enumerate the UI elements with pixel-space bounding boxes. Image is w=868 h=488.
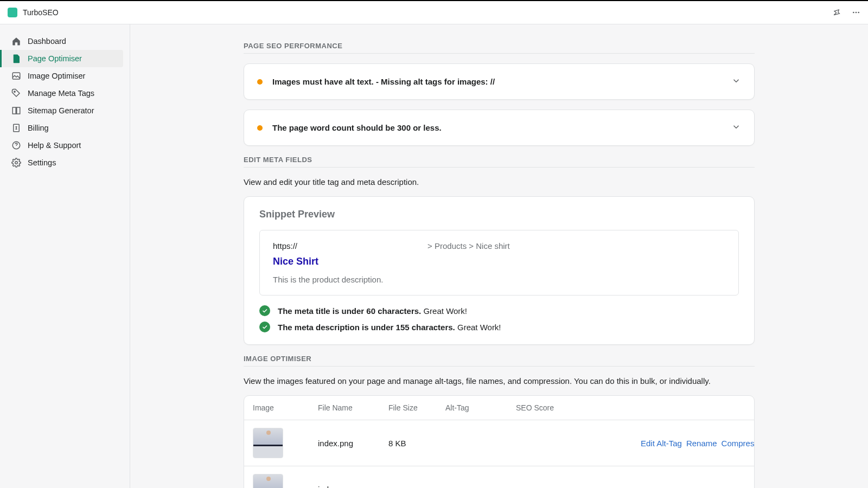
svg-point-4 xyxy=(14,91,15,92)
snippet-card: Snippet Preview https:// > Products > Ni… xyxy=(244,196,755,345)
snippet-desc: This is the product description. xyxy=(273,275,725,284)
sidebar-item-help[interactable]: Help & Support xyxy=(0,137,130,154)
sidebar-item-billing[interactable]: Billing xyxy=(0,119,130,137)
rename-link[interactable]: Rename xyxy=(686,439,717,448)
check-bold: The meta title is under 60 characters. xyxy=(278,306,421,316)
check-extra: Great Work! xyxy=(421,306,467,316)
chevron-down-icon[interactable] xyxy=(731,76,741,87)
svg-point-0 xyxy=(853,12,854,14)
sidebar-item-label: Page Optimiser xyxy=(28,54,82,63)
col-seoscore: SEO Score xyxy=(516,403,641,412)
sidebar-item-label: Dashboard xyxy=(28,37,66,46)
app-icon xyxy=(8,8,17,17)
col-filename: File Name xyxy=(318,403,388,412)
svg-point-9 xyxy=(15,162,18,164)
col-alttag: Alt-Tag xyxy=(445,403,516,412)
svg-point-1 xyxy=(856,12,857,14)
warning-text: Images must have alt text. - Missing alt… xyxy=(272,77,495,86)
sidebar-item-image-optimiser[interactable]: Image Optimiser xyxy=(0,67,130,85)
gear-icon xyxy=(11,158,21,168)
section-header-images: IMAGE OPTIMISER xyxy=(244,355,755,367)
sidebar-item-meta-tags[interactable]: Manage Meta Tags xyxy=(0,85,130,102)
tag-icon xyxy=(11,88,21,98)
billing-icon xyxy=(11,123,21,133)
svg-rect-5 xyxy=(12,107,16,114)
check-icon xyxy=(259,322,270,332)
check-icon xyxy=(259,305,270,316)
col-image: Image xyxy=(253,403,318,412)
status-dot-warning xyxy=(257,79,263,85)
meta-check-row: The meta description is under 155 charac… xyxy=(259,322,739,332)
sidebar-item-label: Help & Support xyxy=(28,141,81,150)
table-header: Image File Name File Size Alt-Tag SEO Sc… xyxy=(244,396,754,420)
main-content: PAGE SEO PERFORMANCE Images must have al… xyxy=(130,24,868,488)
section-header-meta: EDIT META FIELDS xyxy=(244,156,755,168)
sidebar-item-label: Manage Meta Tags xyxy=(28,89,94,98)
help-icon xyxy=(11,140,21,150)
snippet-preview[interactable]: https:// > Products > Nice shirt Nice Sh… xyxy=(259,230,739,296)
section-header-performance: PAGE SEO PERFORMANCE xyxy=(244,42,755,54)
home-icon xyxy=(11,36,21,46)
warning-card[interactable]: Images must have alt text. - Missing alt… xyxy=(244,63,755,100)
sidebar-item-page-optimiser[interactable]: Page Optimiser xyxy=(0,50,123,67)
app-header: TurboSEO xyxy=(0,1,868,24)
edit-alt-tag-link[interactable]: Edit Alt-Tag xyxy=(641,439,682,448)
warning-card[interactable]: The page word count should be 300 or les… xyxy=(244,110,755,146)
chevron-down-icon[interactable] xyxy=(731,122,741,133)
sidebar-item-label: Sitemap Generator xyxy=(28,106,94,115)
col-filesize: File Size xyxy=(388,403,445,412)
status-dot-warning xyxy=(257,125,263,131)
page-icon xyxy=(11,54,21,63)
snippet-heading: Snippet Preview xyxy=(259,209,739,220)
pin-icon[interactable] xyxy=(832,8,841,17)
sidebar-item-label: Settings xyxy=(28,158,56,167)
check-extra: Great Work! xyxy=(455,323,501,332)
sidebar-item-label: Image Optimiser xyxy=(28,72,85,80)
more-icon[interactable] xyxy=(852,8,860,17)
snippet-page-title: Nice Shirt xyxy=(273,256,725,267)
sidebar-item-dashboard[interactable]: Dashboard xyxy=(0,33,130,50)
compress-link[interactable]: Compress xyxy=(722,439,755,448)
section-desc-images: View the images featured on your page an… xyxy=(244,376,755,386)
svg-point-2 xyxy=(858,12,859,14)
svg-rect-6 xyxy=(17,107,20,114)
sidebar: Dashboard Page Optimiser Image Optimiser… xyxy=(0,24,130,488)
warning-text: The page word count should be 300 or les… xyxy=(272,123,442,132)
cell-filename: index.png xyxy=(318,485,388,489)
sidebar-item-sitemap[interactable]: Sitemap Generator xyxy=(0,102,130,119)
sidebar-item-label: Billing xyxy=(28,124,49,132)
meta-check-row: The meta title is under 60 characters. G… xyxy=(259,305,739,316)
cell-filesize: 8 KB xyxy=(388,439,445,448)
snippet-url: https:// xyxy=(273,241,297,251)
table-row: index.png xyxy=(244,466,754,488)
cell-filename: index.png xyxy=(318,439,388,448)
image-thumbnail[interactable] xyxy=(253,474,283,488)
check-bold: The meta description is under 155 charac… xyxy=(278,323,455,332)
image-icon xyxy=(11,71,21,81)
section-desc-meta: View and edit your title tag and meta de… xyxy=(244,177,755,187)
sidebar-item-settings[interactable]: Settings xyxy=(0,154,130,171)
app-name: TurboSEO xyxy=(23,8,59,17)
table-row: index.png 8 KB Edit Alt-Tag Rename Compr… xyxy=(244,420,754,466)
sitemap-icon xyxy=(11,106,21,115)
snippet-breadcrumb: > Products > Nice shirt xyxy=(427,241,510,251)
image-thumbnail[interactable] xyxy=(253,428,283,458)
image-table: Image File Name File Size Alt-Tag SEO Sc… xyxy=(244,395,755,488)
